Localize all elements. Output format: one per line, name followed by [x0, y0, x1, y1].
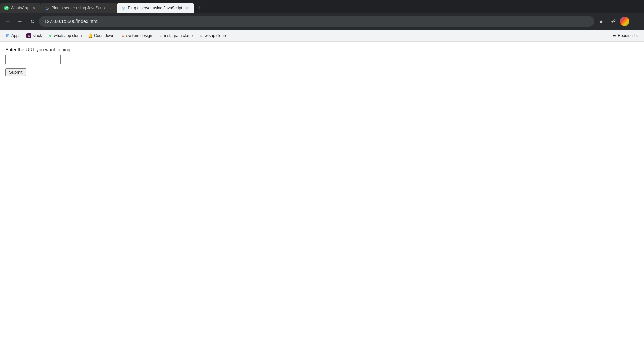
bookmark-slack-label: slack	[33, 33, 42, 38]
tab-whatsapp-label: WhatsApp	[11, 6, 29, 10]
bookmark-wtsap-clone[interactable]: ○ wtsap clone	[196, 32, 228, 39]
bookmark-system-label: system design	[126, 33, 152, 38]
ping1-favicon-icon: ⊙	[45, 6, 49, 10]
address-bar-input[interactable]: 127.0.0.1:5500/index.html	[39, 16, 594, 27]
whatsapp-bm-icon: ●	[48, 33, 53, 38]
bookmark-whatsapp-clone[interactable]: ● whatsapp clone	[45, 32, 85, 39]
tab-ping2[interactable]: ⊙ Ping a server using JavaScript ×	[117, 3, 194, 13]
instagram-icon: ○	[158, 33, 163, 38]
tab-ping1[interactable]: ⊙ Ping a server using JavaScript ×	[41, 3, 117, 13]
tab-whatsapp[interactable]: W WhatsApp ×	[0, 3, 41, 13]
bookmark-whatsapp-label: whatsapp clone	[54, 33, 82, 38]
bookmark-countdown-label: Countdown	[94, 33, 114, 38]
slack-icon: S	[26, 33, 31, 38]
bookmark-wtsap-label: wtsap clone	[205, 33, 226, 38]
bookmark-star-button[interactable]: ★	[596, 16, 606, 27]
tab-bar: W WhatsApp × ⊙ Ping a server using JavaS…	[0, 0, 644, 13]
profile-avatar[interactable]	[620, 17, 629, 26]
bookmark-system-design[interactable]: ≡ system design	[118, 32, 155, 39]
browser-chrome: W WhatsApp × ⊙ Ping a server using JavaS…	[0, 0, 644, 42]
bookmarks-bar: ⊞ Apps S slack ● whatsapp clone 🔔 Countd…	[0, 30, 644, 42]
nav-bar: ← → ↻ 127.0.0.1:5500/index.html ★ ☍ ⋮	[0, 13, 644, 30]
tab-ping1-close-icon[interactable]: ×	[108, 5, 113, 11]
tab-ping2-label: Ping a server using JavaScript	[128, 6, 182, 10]
extensions-button[interactable]: ☍	[608, 16, 619, 27]
tab-whatsapp-close-icon[interactable]: ×	[31, 5, 37, 11]
countdown-icon: 🔔	[88, 33, 93, 38]
wtsap-icon: ○	[199, 33, 203, 38]
submit-button[interactable]: Submit	[5, 68, 26, 76]
back-button[interactable]: ←	[3, 16, 13, 27]
bookmark-apps-label: Apps	[11, 33, 20, 38]
reading-list-label: Reading list	[618, 33, 639, 38]
ping2-favicon-icon: ⊙	[121, 6, 126, 10]
new-tab-button[interactable]: +	[194, 3, 205, 13]
bookmark-instagram-label: instagram clone	[164, 33, 193, 38]
reading-list-button[interactable]: ☰ Reading list	[610, 32, 641, 39]
bookmark-slack[interactable]: S slack	[24, 32, 44, 39]
nav-actions: ★ ☍ ⋮	[596, 16, 641, 27]
system-design-icon: ≡	[120, 33, 125, 38]
url-prompt-label: Enter the URL you want to ping:	[5, 47, 639, 52]
reload-button[interactable]: ↻	[27, 16, 38, 27]
forward-button[interactable]: →	[15, 16, 25, 27]
tab-ping1-label: Ping a server using JavaScript	[51, 6, 106, 10]
page-content: Enter the URL you want to ping: Submit	[0, 42, 644, 346]
menu-button[interactable]: ⋮	[631, 16, 641, 27]
apps-icon: ⊞	[5, 33, 10, 38]
tab-ping2-close-icon[interactable]: ×	[184, 5, 190, 11]
whatsapp-favicon-icon: W	[4, 6, 9, 10]
url-input[interactable]	[5, 55, 61, 64]
reading-list-icon: ☰	[612, 33, 616, 38]
bookmark-countdown[interactable]: 🔔 Countdown	[85, 32, 117, 39]
bookmark-instagram-clone[interactable]: ○ instagram clone	[156, 32, 196, 39]
bookmark-apps[interactable]: ⊞ Apps	[3, 32, 23, 39]
